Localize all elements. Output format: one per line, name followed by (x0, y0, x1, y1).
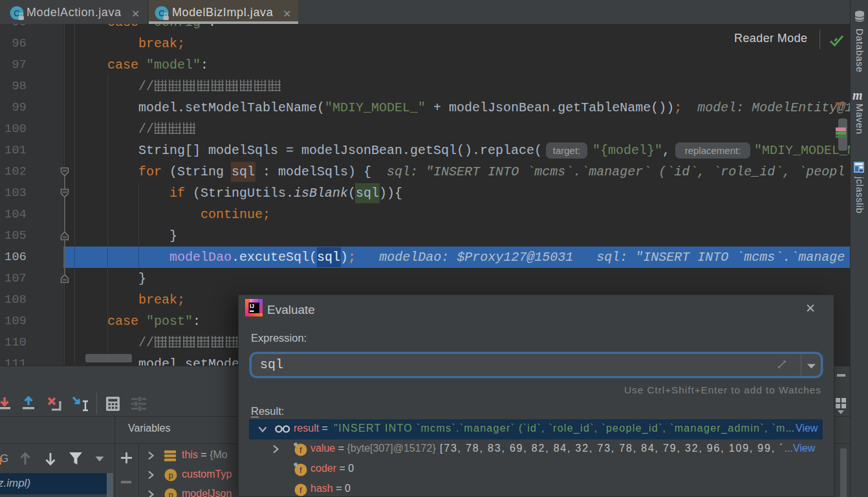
svg-text:f: f (299, 485, 302, 495)
svg-text:p: p (168, 470, 173, 480)
svg-text:f: f (299, 465, 302, 475)
svg-text:IJ: IJ (250, 303, 254, 309)
svg-text:p: p (168, 490, 173, 497)
svg-text:f: f (299, 445, 302, 455)
